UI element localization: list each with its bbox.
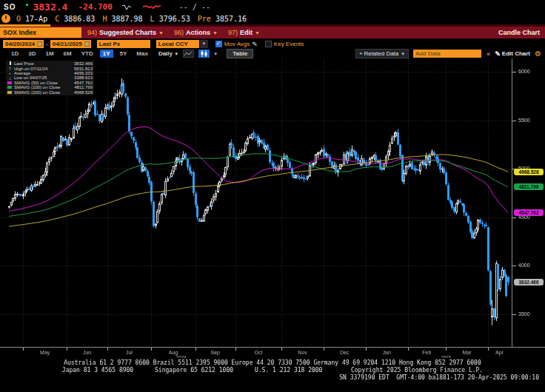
period-tab-ytd[interactable]: YTD: [78, 50, 96, 58]
ohlc-item: C 3886.83: [55, 15, 95, 23]
add-data-input[interactable]: [413, 50, 481, 58]
x-axis-month-label: Feb: [422, 350, 431, 355]
ohlc-values: O 17-ApC 3886.83H 3887.98L 3796.53Pre 38…: [16, 15, 254, 23]
date-from-value: 04/20/2024: [5, 40, 35, 48]
price-axis-label: 4811.799: [514, 183, 544, 190]
gear-icon[interactable]: ⚙: [535, 50, 541, 58]
last-price: 3832.4: [33, 1, 67, 13]
ohlc-item: Pre 3857.16: [198, 15, 247, 23]
y-axis-tick-label: 6000: [518, 69, 530, 74]
frequency-dropdown[interactable]: Daily ▼: [158, 50, 178, 57]
legend-row: SMAVG (100) on Close4811.799: [7, 85, 93, 89]
x-axis-month-label: Nov: [298, 350, 307, 355]
period-tab-max[interactable]: Max: [133, 50, 151, 58]
currency-field[interactable]: Local CCY: [156, 40, 199, 48]
y-axis-tick-label: 3500: [518, 311, 530, 317]
footer-session-line: SN 3379190 EDT GMT-4:00 ba1881-173 20-Ap…: [0, 374, 539, 381]
period-tab-1m[interactable]: 1M: [42, 50, 56, 58]
price-axis-label: 4968.528: [514, 169, 544, 175]
date-range-dash: -: [46, 41, 48, 47]
footer-contact-line: Australia 61 2 9777 8600 Brazil 5511 239…: [0, 359, 545, 366]
edit-mov-avgs-icon[interactable]: ✎: [252, 41, 258, 48]
chart-region: Last Price3832.466THigh on 07/11/245931.…: [0, 58, 545, 358]
ticker-panel: SO 3832.4 -24.700 -- / -- O 17-ApC 3886.…: [0, 0, 545, 24]
ticker-row-price: SO 3832.4 -24.700 -- / --: [4, 1, 210, 13]
edit-chart-button[interactable]: ✎Edit Chart: [495, 50, 530, 58]
price-change: -24.700: [78, 2, 112, 12]
price-type-value: Last Px: [99, 40, 120, 48]
ohlc-item: O 17-Ap: [16, 15, 47, 23]
ticker-symbol: SO: [4, 3, 16, 11]
x-axis-month-label: Mar: [462, 350, 471, 355]
menu-item-suggested-charts[interactable]: 94)Suggested Charts▼: [87, 29, 164, 36]
x-axis-month-label: Oct: [255, 350, 263, 355]
ohlc-item: H 3887.98: [102, 15, 142, 23]
market-open-indicator: [26, 4, 28, 6]
mov-avgs-checkbox[interactable]: [215, 41, 222, 47]
key-events-label: Key Events: [274, 41, 304, 47]
collapse-button[interactable]: «: [487, 50, 490, 58]
chart-type-label: Candle Chart: [498, 27, 540, 38]
y-axis-tick-label: 4000: [518, 263, 530, 268]
price-type-field[interactable]: Last Px: [97, 40, 150, 48]
price-axis-label: 3832.466: [514, 279, 544, 285]
mini-sparkline-white-icon: [121, 1, 133, 14]
x-axis-month-label: Sep: [211, 350, 220, 355]
chart-legend: Last Price3832.466THigh on 07/11/245931.…: [6, 61, 94, 95]
function-menubar: SOX Index 94)Suggested Charts▼96)Actions…: [0, 27, 545, 38]
legend-row: THigh on 07/11/245931.813: [7, 66, 93, 70]
period-tabs: 1D3D1M6MYTD1Y5YMax: [4, 50, 151, 58]
x-axis-month-label: Jun: [83, 350, 91, 355]
period-tab-5y[interactable]: 5Y: [117, 50, 130, 58]
calendar-icon[interactable]: [84, 41, 90, 47]
x-axis-month-label: Aug: [169, 350, 178, 355]
ticker-row-ohlc: O 17-ApC 3886.83H 3887.98L 3796.53Pre 38…: [1, 13, 254, 24]
period-tab-3d[interactable]: 3D: [25, 50, 39, 58]
currency-value: Local CCY: [158, 40, 188, 48]
x-axis-month-label: May: [40, 350, 50, 355]
currency-dropdown-button[interactable]: ▼: [200, 40, 208, 48]
date-from-field[interactable]: 04/20/2024: [3, 40, 44, 48]
x-axis-month-label: Apr: [495, 350, 504, 355]
y-axis-tick-label: 5500: [518, 118, 530, 123]
period-tab-6m[interactable]: 6M: [61, 50, 75, 58]
date-to-field[interactable]: 04/21/2025: [50, 40, 91, 48]
date-to-value: 04/21/2025: [53, 40, 82, 48]
period-tab-1d[interactable]: 1D: [8, 50, 21, 58]
bid-ask-placeholder: -- / --: [179, 3, 210, 11]
menu-item-edit[interactable]: 97)Edit▼: [228, 29, 260, 36]
legend-row: ⊥Low on 04/07/253388.623: [7, 75, 93, 80]
footer-copyright-line: Japan 81 3 4565 8900 Singapore 65 6212 1…: [0, 367, 545, 374]
x-axis-month-label: Dec: [340, 350, 349, 355]
menu-items: 94)Suggested Charts▼96)Actions▼97)Edit▼: [87, 27, 270, 38]
mini-sparkline-red-icon: [142, 1, 161, 14]
ohlc-item: L 3796.53: [150, 15, 190, 23]
candle-chart-mode-button[interactable]: [198, 50, 210, 58]
chart-settings-toolbar: 04/20/2024 - 04/21/2025 Last Px Local CC…: [0, 39, 545, 49]
legend-row: SMAVG (50) on Close4547.762: [7, 81, 93, 85]
menu-item-actions[interactable]: 96)Actions▼: [174, 29, 218, 36]
related-data-button[interactable]: +Related Data▼: [355, 49, 409, 58]
line-chart-mode-button[interactable]: [183, 50, 194, 58]
security-input[interactable]: SOX Index: [0, 27, 81, 38]
plus-icon: +: [359, 50, 363, 57]
period-tab-1y[interactable]: 1Y: [100, 50, 113, 58]
chart-actions: +Related Data▼ « ✎Edit Chart ⚙: [355, 49, 541, 58]
candle-chart-canvas[interactable]: [0, 58, 545, 358]
calendar-icon[interactable]: [37, 41, 42, 47]
legend-row: SMAVG (200) on Close4968.528: [7, 89, 93, 94]
frequency-value: Daily: [158, 50, 173, 57]
legend-row: Last Price3832.466: [7, 61, 93, 66]
edit-chart-label: Edit Chart: [502, 50, 530, 57]
x-axis-month-label: Jan: [383, 350, 391, 355]
candle-chart-icon: [200, 50, 208, 57]
table-button[interactable]: Table: [227, 49, 253, 58]
key-events-checkbox[interactable]: [265, 41, 272, 47]
chart-mode-dropdown[interactable]: ▼: [213, 52, 218, 56]
line-chart-icon: [184, 51, 193, 57]
clock-icon: [1, 14, 10, 23]
legend-row: +Average4995.333: [7, 71, 93, 75]
mov-avgs-label: Mov Avgs: [224, 41, 250, 47]
related-data-label: Related Data: [364, 50, 399, 57]
pencil-icon: ✎: [495, 50, 501, 58]
